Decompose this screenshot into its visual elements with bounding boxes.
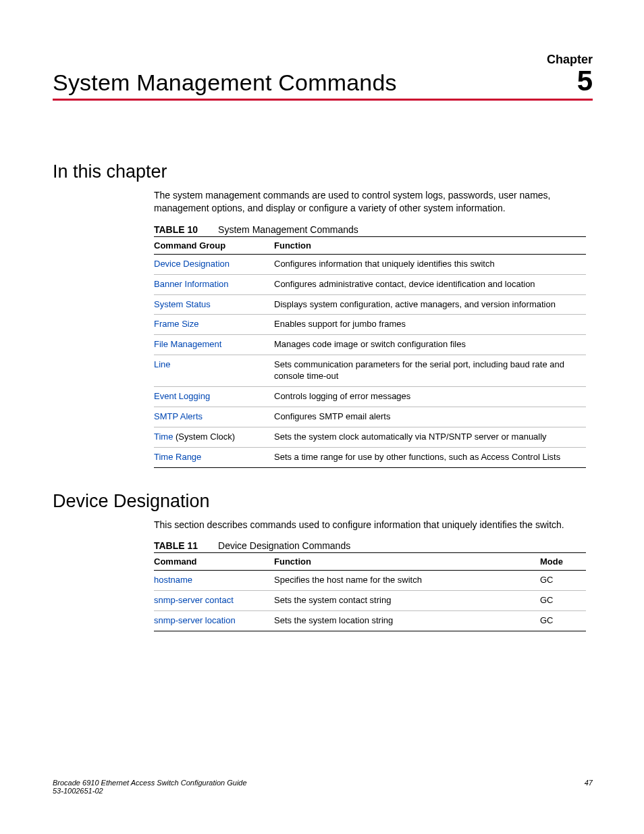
function-cell: Controls logging of error messages bbox=[274, 387, 586, 407]
table-11: Command Function Mode hostnameSpecifies … bbox=[154, 552, 586, 631]
command-link[interactable]: System Status bbox=[154, 299, 211, 309]
command-link[interactable]: Line bbox=[154, 359, 171, 369]
table-row: SMTP AlertsConfigures SMTP email alerts bbox=[154, 407, 586, 427]
table11-header-function: Function bbox=[274, 553, 540, 571]
command-link[interactable]: snmp-server contact bbox=[154, 595, 234, 605]
command-link[interactable]: Banner Information bbox=[154, 279, 229, 289]
function-cell: Sets the system clock automatically via … bbox=[274, 427, 586, 447]
command-link[interactable]: SMTP Alerts bbox=[154, 411, 203, 421]
mode-cell: GC bbox=[540, 591, 586, 611]
function-cell: Sets the system contact string bbox=[274, 591, 540, 611]
table10-label: TABLE 10 bbox=[154, 224, 198, 235]
command-link[interactable]: File Management bbox=[154, 339, 221, 349]
table-row: Banner InformationConfigures administrat… bbox=[154, 274, 586, 294]
table-row: snmp-server contactSets the system conta… bbox=[154, 591, 586, 611]
table11-header-command: Command bbox=[154, 553, 274, 571]
table10-header-command-group: Command Group bbox=[154, 236, 274, 254]
function-cell: Configures SMTP email alerts bbox=[274, 407, 586, 427]
mode-cell: GC bbox=[540, 571, 586, 591]
page-footer: Brocade 6910 Ethernet Access Switch Conf… bbox=[53, 779, 593, 795]
table11-label: TABLE 11 bbox=[154, 540, 198, 551]
table11-title: Device Designation Commands bbox=[218, 540, 350, 551]
table-10: Command Group Function Device Designatio… bbox=[154, 236, 586, 468]
command-link[interactable]: Time bbox=[154, 432, 173, 442]
title-row: System Management Commands 5 bbox=[53, 68, 593, 101]
function-cell: Configures administrative contact, devic… bbox=[274, 274, 586, 294]
mode-cell: GC bbox=[540, 611, 586, 631]
command-link[interactable]: Event Logging bbox=[154, 391, 210, 401]
footer-doc-title: Brocade 6910 Ethernet Access Switch Conf… bbox=[53, 779, 247, 787]
command-link[interactable]: hostname bbox=[154, 575, 192, 585]
footer-page-number: 47 bbox=[585, 779, 593, 795]
table-row: Event LoggingControls logging of error m… bbox=[154, 387, 586, 407]
function-cell: Enables support for jumbo frames bbox=[274, 315, 586, 335]
table-row: LineSets communication parameters for th… bbox=[154, 355, 586, 387]
table11-header-mode: Mode bbox=[540, 553, 586, 571]
section-heading-device-designation: Device Designation bbox=[53, 491, 593, 512]
function-cell: Configures information that uniquely ide… bbox=[274, 254, 586, 274]
table11-caption: TABLE 11Device Designation Commands bbox=[154, 540, 593, 551]
function-cell: Manages code image or switch configurati… bbox=[274, 335, 586, 355]
chapter-label: Chapter bbox=[53, 53, 593, 67]
table-row: Time (System Clock)Sets the system clock… bbox=[154, 427, 586, 447]
function-cell: Sets the system location string bbox=[274, 611, 540, 631]
table-row: Device DesignationConfigures information… bbox=[154, 254, 586, 274]
chapter-number: 5 bbox=[577, 68, 593, 94]
intro-paragraph: The system management commands are used … bbox=[154, 189, 586, 215]
table10-header-function: Function bbox=[274, 236, 586, 254]
function-cell: Displays system configuration, active ma… bbox=[274, 294, 586, 315]
table10-title: System Management Commands bbox=[218, 224, 358, 235]
table-row: System StatusDisplays system configurati… bbox=[154, 294, 586, 315]
table-row: hostnameSpecifies the host name for the … bbox=[154, 571, 586, 591]
command-link[interactable]: Device Designation bbox=[154, 259, 230, 269]
command-link[interactable]: Time Range bbox=[154, 452, 201, 462]
function-cell: Sets communication parameters for the se… bbox=[274, 355, 586, 387]
table-row: Frame SizeEnables support for jumbo fram… bbox=[154, 315, 586, 335]
section-heading-in-this-chapter: In this chapter bbox=[53, 161, 593, 182]
table10-caption: TABLE 10System Management Commands bbox=[154, 224, 593, 235]
table-row: Time RangeSets a time range for use by o… bbox=[154, 447, 586, 467]
table-row: snmp-server locationSets the system loca… bbox=[154, 611, 586, 631]
device-designation-intro: This section describes commands used to … bbox=[154, 519, 586, 531]
command-suffix: (System Clock) bbox=[173, 432, 235, 442]
function-cell: Specifies the host name for the switch bbox=[274, 571, 540, 591]
page-title: System Management Commands bbox=[53, 70, 397, 96]
command-link[interactable]: snmp-server location bbox=[154, 615, 236, 625]
command-link[interactable]: Frame Size bbox=[154, 319, 198, 329]
footer-doc-number: 53-1002651-02 bbox=[53, 787, 247, 795]
function-cell: Sets a time range for use by other funct… bbox=[274, 447, 586, 467]
table-row: File ManagementManages code image or swi… bbox=[154, 335, 586, 355]
